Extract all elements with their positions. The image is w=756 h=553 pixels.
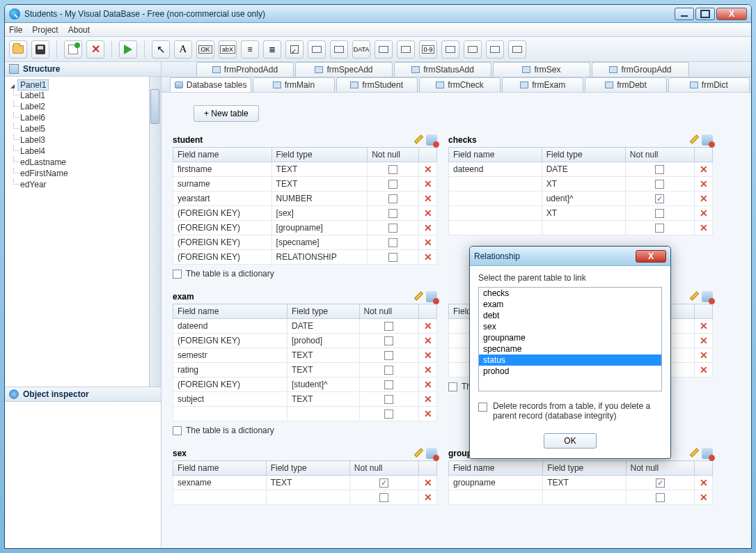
memo-tool[interactable]: ≡ — [241, 40, 259, 59]
ok-button[interactable]: OK — [544, 433, 597, 449]
button-tool[interactable]: OK — [196, 40, 214, 59]
delete-table-button[interactable] — [702, 291, 713, 302]
col-header[interactable]: Field name — [449, 461, 543, 476]
notnull-checkbox[interactable] — [388, 180, 397, 189]
delete-table-button[interactable] — [702, 448, 713, 459]
delete-integrity-checkbox[interactable] — [478, 403, 487, 412]
groupbox-tool[interactable] — [486, 40, 504, 59]
delete-row-button[interactable]: ✕ — [695, 206, 713, 221]
counter-tool[interactable]: 0-9 — [419, 40, 437, 59]
delete-row-button[interactable]: ✕ — [419, 206, 437, 221]
delete-row-button[interactable]: ✕ — [695, 192, 713, 206]
menu-project[interactable]: Project — [32, 25, 58, 35]
delete-row-button[interactable]: ✕ — [695, 177, 713, 192]
tab-frmstatusadd[interactable]: frmStatusAdd — [394, 62, 491, 77]
checkbox-tool[interactable] — [285, 40, 304, 59]
delete-row-button[interactable]: ✕ — [419, 392, 437, 407]
delete-row-button[interactable]: ✕ — [419, 334, 437, 348]
list-item[interactable]: status — [479, 355, 661, 366]
notnull-checkbox[interactable] — [388, 238, 397, 247]
delete-row-button[interactable]: ✕ — [695, 162, 713, 177]
field-row[interactable]: subjectTEXT✕ — [173, 392, 437, 407]
panel-tool[interactable] — [464, 40, 482, 59]
field-row[interactable]: (FOREIGN KEY)[specname]✕ — [173, 235, 437, 250]
col-header[interactable]: Not null — [359, 304, 418, 319]
field-row[interactable]: ratingTEXT✕ — [173, 363, 437, 377]
tree-item[interactable]: Label2 — [20, 101, 159, 112]
tree-item[interactable]: Label3 — [20, 134, 159, 146]
delete-form-button[interactable]: ✕ — [86, 40, 104, 59]
notnull-checkbox[interactable] — [384, 395, 393, 404]
list-item[interactable]: sex — [479, 321, 661, 332]
field-row[interactable]: (FOREIGN KEY)RELATIONSHIP✕ — [173, 250, 437, 265]
notnull-checkbox[interactable] — [388, 224, 397, 233]
list-item[interactable]: groupname — [479, 332, 661, 343]
col-header[interactable]: Field type — [288, 304, 360, 319]
field-row[interactable]: ✕ — [449, 221, 713, 235]
col-header[interactable]: Field type — [542, 148, 625, 162]
run-button[interactable] — [119, 40, 137, 59]
col-header[interactable]: Field type — [543, 461, 626, 476]
open-button[interactable] — [9, 40, 27, 59]
notnull-checkbox[interactable] — [388, 165, 397, 174]
delete-row-button[interactable]: ✕ — [419, 162, 437, 177]
field-row[interactable]: groupnameTEXT✕ — [449, 476, 713, 490]
minimize-button[interactable] — [675, 8, 694, 20]
tree-item[interactable]: Label1 — [20, 90, 159, 101]
list-item[interactable]: debt — [479, 310, 661, 321]
col-header[interactable]: Field name — [173, 304, 288, 319]
delete-table-button[interactable] — [702, 134, 713, 146]
delete-row-button[interactable]: ✕ — [419, 221, 437, 235]
dictionary-checkbox[interactable] — [173, 270, 182, 279]
delete-row-button[interactable]: ✕ — [695, 476, 713, 490]
datetimepicker-tool[interactable] — [330, 40, 348, 59]
tab-database-tables[interactable]: Database tables — [170, 77, 251, 92]
delete-table-button[interactable] — [426, 291, 437, 302]
dialog-close-button[interactable]: X — [636, 250, 666, 263]
tree-item[interactable]: edLastname — [20, 157, 159, 168]
notnull-checkbox[interactable] — [384, 380, 393, 389]
field-row[interactable]: XT✕ — [449, 206, 713, 221]
notnull-checkbox[interactable] — [655, 209, 664, 218]
field-row[interactable]: firstnameTEXT✕ — [173, 162, 437, 177]
combobox-tool[interactable] — [375, 40, 393, 59]
delete-row-button[interactable]: ✕ — [695, 319, 713, 334]
fields-grid[interactable]: Field nameField typeNot nullgroupnameTEX… — [448, 460, 713, 505]
list-item[interactable]: specname — [479, 343, 661, 355]
tree-root[interactable]: Panel1 Label1Label2Label6Label5Label3Lab… — [10, 79, 159, 191]
col-header[interactable]: Field name — [173, 148, 272, 162]
col-header[interactable]: Not null — [625, 148, 694, 162]
fields-grid[interactable]: Field nameField typeNot nulldateendDATE✕… — [173, 304, 437, 421]
field-row[interactable]: ✕ — [173, 490, 437, 505]
notnull-checkbox[interactable] — [655, 180, 664, 189]
notnull-checkbox[interactable] — [388, 209, 397, 218]
list-item[interactable]: exam — [479, 299, 661, 310]
pointer-tool[interactable]: ↖ — [152, 40, 170, 59]
field-row[interactable]: surnameTEXT✕ — [173, 177, 437, 192]
field-row[interactable]: (FOREIGN KEY)[student]^✕ — [173, 377, 437, 392]
col-header[interactable]: Field type — [271, 148, 368, 162]
tab-frmdict[interactable]: frmDict — [668, 77, 750, 92]
list-item[interactable]: prohod — [479, 366, 661, 377]
notnull-checkbox[interactable] — [656, 493, 665, 502]
notnull-checkbox[interactable] — [656, 478, 665, 488]
datepicker-tool[interactable] — [308, 40, 326, 59]
tab-frmdebt[interactable]: frmDebt — [585, 77, 666, 92]
col-header[interactable]: Not null — [626, 461, 695, 476]
field-row[interactable]: (FOREIGN KEY)[groupname]✕ — [173, 221, 437, 235]
tree-item[interactable]: Label4 — [20, 146, 159, 157]
delete-row-button[interactable]: ✕ — [419, 363, 437, 377]
delete-row-button[interactable]: ✕ — [419, 250, 437, 265]
notnull-checkbox[interactable] — [379, 493, 388, 502]
notnull-checkbox[interactable] — [655, 194, 664, 203]
notnull-checkbox[interactable] — [384, 336, 393, 345]
delete-row-button[interactable]: ✕ — [695, 221, 713, 235]
delete-row-button[interactable]: ✕ — [419, 192, 437, 206]
delete-table-button[interactable] — [426, 448, 437, 459]
new-table-button[interactable]: + New table — [194, 105, 259, 122]
tab-frmexam[interactable]: frmExam — [502, 77, 583, 92]
delete-row-button[interactable]: ✕ — [419, 490, 437, 505]
edit-tool[interactable]: abX — [219, 40, 237, 59]
field-row[interactable]: udent]^✕ — [449, 192, 713, 206]
tree-scrollbar[interactable] — [149, 77, 161, 387]
